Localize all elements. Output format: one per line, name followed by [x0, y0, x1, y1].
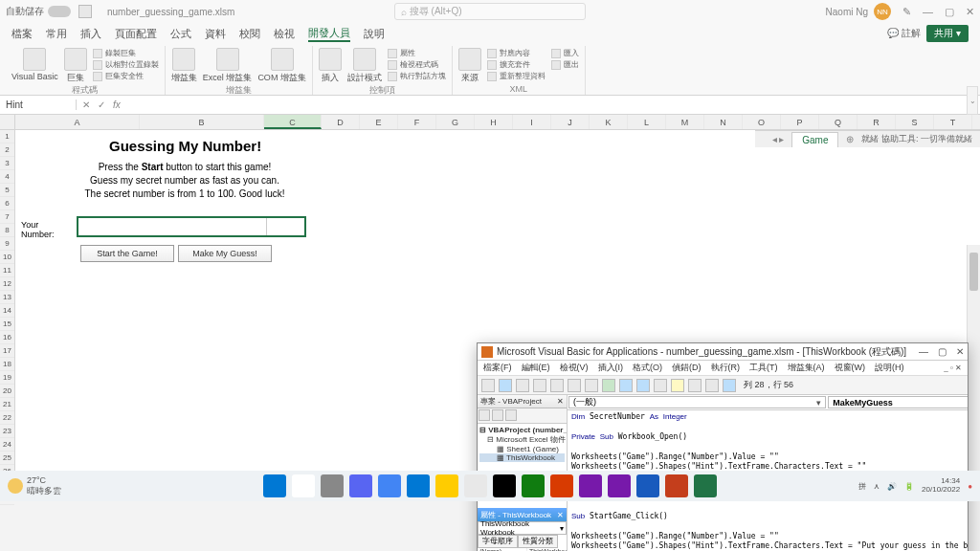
col-header-R[interactable]: R: [858, 115, 896, 129]
share-button[interactable]: 共用 ▾: [926, 25, 969, 42]
taskbar-app-icon[interactable]: [550, 474, 573, 497]
row-header-7[interactable]: 7: [0, 210, 14, 224]
design-mode-button[interactable]: 設計模式: [347, 48, 382, 84]
vba-menu-item[interactable]: 說明(H): [875, 362, 904, 374]
col-header-D[interactable]: D: [322, 115, 360, 129]
taskbar-app-icon[interactable]: [522, 474, 545, 497]
vba-menu-item[interactable]: 格式(O): [633, 362, 662, 374]
vba-tb-icon[interactable]: [585, 379, 598, 392]
system-tray[interactable]: 拼 ⋏ 🔊 🔋 14:3420/10/2022 ●: [858, 477, 972, 495]
close-icon[interactable]: ✕: [557, 511, 564, 519]
com-addins-button[interactable]: COM 增益集: [257, 48, 306, 84]
tab-常用[interactable]: 常用: [46, 27, 67, 41]
col-header-L[interactable]: L: [628, 115, 666, 129]
row-header-5[interactable]: 5: [0, 184, 14, 197]
excel-addins-button[interactable]: Excel 增益集: [203, 48, 253, 84]
sheet-nav-next[interactable]: ▸: [779, 134, 784, 144]
vba-help-icon[interactable]: [723, 379, 736, 392]
taskbar-app-icon[interactable]: [665, 474, 688, 497]
vba-titlebar[interactable]: Microsoft Visual Basic for Applications …: [478, 343, 968, 361]
tab-公式[interactable]: 公式: [170, 27, 191, 41]
xml-mini2[interactable]: 匯入 匯出: [551, 48, 579, 70]
vba-menu-item[interactable]: 檔案(F): [483, 362, 512, 374]
tab-校閱[interactable]: 校閱: [239, 27, 260, 41]
row-header-24[interactable]: 24: [0, 438, 14, 452]
make-guess-button[interactable]: Make My Guess!: [178, 245, 272, 262]
add-sheet-button[interactable]: ⊕: [846, 134, 854, 144]
vba-menu-item[interactable]: 檢視(V): [560, 362, 589, 374]
select-all-corner[interactable]: [0, 115, 15, 129]
vba-menu-item[interactable]: 偵錯(D): [672, 362, 702, 374]
taskbar-weather[interactable]: 27°C晴時多雲: [8, 475, 61, 497]
vba-menu-bar[interactable]: 檔案(F)編輯(E)檢視(V)插入(I)格式(O)偵錯(D)執行(R)工具(T)…: [478, 361, 968, 376]
vba-props-tabs[interactable]: 字母順序 性質分類: [478, 535, 567, 548]
col-header-O[interactable]: O: [743, 115, 781, 129]
col-header-G[interactable]: G: [436, 115, 475, 129]
vba-menu-item[interactable]: 插入(I): [598, 362, 624, 374]
vba-tb-icon[interactable]: [568, 379, 581, 392]
tab-開發人員[interactable]: 開發人員: [308, 26, 350, 42]
taskbar-app-icon[interactable]: [263, 474, 286, 497]
row-header-11[interactable]: 11: [0, 264, 14, 277]
vba-run-icon[interactable]: [602, 379, 615, 392]
taskbar-app-icon[interactable]: [608, 474, 631, 497]
name-box[interactable]: Hint: [0, 99, 77, 110]
vba-project-toolbar[interactable]: [478, 408, 567, 424]
comments-button[interactable]: 💬 註解: [887, 27, 921, 40]
search-input[interactable]: ⌕ 搜尋 (Alt+Q): [394, 3, 586, 20]
vba-props-object-combo[interactable]: ThisWorkbook Workbook▾: [478, 521, 567, 535]
row-header-12[interactable]: 12: [0, 277, 14, 291]
taskbar-app-icon[interactable]: [349, 474, 372, 497]
col-header-I[interactable]: I: [513, 115, 551, 129]
macros-button[interactable]: 巨集: [64, 48, 87, 84]
addins-button[interactable]: 增益集: [171, 48, 197, 84]
col-header-F[interactable]: F: [398, 115, 436, 129]
vertical-scrollbar[interactable]: [967, 245, 980, 551]
taskbar-app-icon[interactable]: [378, 474, 401, 497]
taskbar-app-icon[interactable]: [292, 474, 315, 497]
taskbar-app-icon[interactable]: [464, 474, 487, 497]
col-header-Q[interactable]: Q: [819, 115, 858, 129]
col-header-A[interactable]: A: [15, 115, 140, 129]
taskbar-app-icon[interactable]: [435, 474, 458, 497]
vba-tb-icon[interactable]: [481, 379, 495, 392]
minimize-button[interactable]: —: [923, 6, 933, 18]
row-header-1[interactable]: 1: [0, 130, 14, 143]
tray-ime[interactable]: 拼: [858, 481, 866, 492]
tray-notification-icon[interactable]: ●: [968, 482, 972, 491]
row-header-15[interactable]: 15: [0, 318, 14, 331]
taskbar-app-icon[interactable]: [493, 474, 516, 497]
row-header-19[interactable]: 19: [0, 371, 14, 385]
col-header-M[interactable]: M: [666, 115, 704, 129]
col-header-B[interactable]: B: [140, 115, 264, 129]
vba-toolbar[interactable]: 列 28，行 56: [478, 376, 968, 395]
controls-mini[interactable]: 屬性 檢視程式碼 執行對話方塊: [388, 48, 446, 81]
macro-mini[interactable]: 錄製巨集 以相對位置錄製 巨集安全性: [93, 48, 159, 81]
row-header-18[interactable]: 18: [0, 358, 14, 371]
start-game-button[interactable]: Start the Game!: [80, 245, 174, 262]
vba-menu-item[interactable]: 視窗(W): [835, 362, 866, 374]
tab-檔案[interactable]: 檔案: [11, 27, 33, 41]
pen-icon[interactable]: ✎: [902, 6, 911, 18]
user-account[interactable]: Naomi Ng NN: [826, 3, 891, 20]
col-header-E[interactable]: E: [360, 115, 398, 129]
tab-資料[interactable]: 資料: [205, 27, 226, 41]
enter-fx-icon[interactable]: ✓: [96, 99, 107, 110]
tab-檢視[interactable]: 檢視: [274, 27, 295, 41]
cancel-fx-icon[interactable]: ✕: [80, 99, 92, 110]
row-header-6[interactable]: 6: [0, 197, 14, 210]
vba-tb-icon[interactable]: [550, 379, 564, 392]
row-header-25[interactable]: 25: [0, 452, 14, 465]
col-header-K[interactable]: K: [590, 115, 628, 129]
row-header-20[interactable]: 20: [0, 385, 14, 398]
vba-tb-icon[interactable]: [516, 379, 529, 392]
row-header-17[interactable]: 17: [0, 344, 14, 358]
row-header-16[interactable]: 16: [0, 331, 14, 344]
ribbon-collapse-button[interactable]: ⌄: [967, 86, 978, 115]
close-icon[interactable]: ✕: [557, 397, 564, 406]
sheet-nav-prev[interactable]: ◂: [772, 134, 777, 144]
row-header-10[interactable]: 10: [0, 251, 14, 264]
xml-mini[interactable]: 對應內容 擴充套件 重新整理資料: [487, 48, 546, 81]
row-header-8[interactable]: 8: [0, 224, 14, 237]
visual-basic-button[interactable]: Visual Basic: [11, 48, 58, 81]
